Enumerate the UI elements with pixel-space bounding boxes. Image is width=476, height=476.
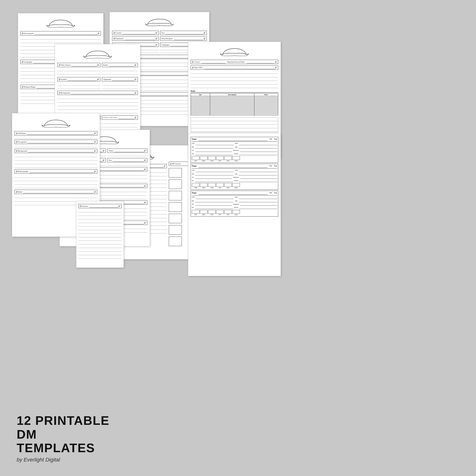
field-deity-religion: Deity/Religion ☪ bbox=[160, 36, 207, 41]
names-realm-row: ☪ Other Names ☪ Realm ☪ bbox=[57, 62, 138, 75]
symbol-alignment-row: ☪ Symbol ☪ Alignment ☪ bbox=[57, 76, 138, 89]
monster3-stat-labels: STR DEX CON INT WIS CHA bbox=[192, 214, 277, 215]
owner-shop-row: ☪ Owner Shop/Inn/Tavern/Other: ☪ bbox=[191, 60, 278, 64]
monster-block-3: Name CR Exp Size Type HP +Hit AC Initiat… bbox=[191, 191, 278, 217]
monster3-name-label: Name bbox=[192, 192, 197, 195]
field-status: Status ☪ bbox=[107, 149, 147, 153]
bottom-text-block: 12 PRINTABLE DM TEMPLATES by Everlight D… bbox=[17, 414, 109, 463]
table-col-price: Price bbox=[254, 93, 278, 96]
table-col-desc: Description bbox=[210, 93, 254, 96]
hp-box-6 bbox=[169, 225, 182, 235]
monster-block-2: Name CR Exp Size Type HP +Hit AC Initiat… bbox=[191, 164, 278, 190]
monster1-ac-row: AC Initiative bbox=[192, 149, 277, 152]
monster2-ac-row: AC Initiative bbox=[192, 176, 277, 179]
monster3-hp-row: HP +Hit bbox=[192, 200, 277, 202]
hp-box-3 bbox=[169, 191, 182, 200]
dex-box bbox=[200, 156, 207, 160]
monster1-size-type: Size Type bbox=[192, 142, 277, 145]
scroll-icon-1: ☪ bbox=[22, 32, 24, 35]
monster2-name-label: Name bbox=[192, 165, 197, 168]
monster2-size-type: Size Type bbox=[192, 169, 277, 172]
sheet2-banner bbox=[57, 49, 138, 60]
hp-box-2 bbox=[169, 179, 182, 189]
sheet1-banner bbox=[20, 17, 101, 29]
field-enemies-extra: ☪ Enemies ☪ bbox=[78, 204, 122, 208]
background-section-npc: ☪ Background ☪ bbox=[15, 149, 97, 168]
field-background-npc: ☪ Background ☪ bbox=[15, 149, 97, 153]
field-ideals-npc: ☪ Ideals ☪ bbox=[15, 190, 97, 194]
monster2-stat-labels: STR DEX CON INT WIS CHA bbox=[192, 187, 277, 188]
field-symbol: ☪ Symbol ☪ bbox=[57, 77, 101, 81]
monster3-dc-row: DC Speed bbox=[192, 206, 277, 209]
sheet-monsters: Name CR Exp Size Type HP +Hit AC Initiat… bbox=[188, 133, 281, 276]
field-size-faction: Size ☪ bbox=[107, 158, 147, 162]
title-line2: DM bbox=[17, 428, 109, 441]
field-population: ☪ Population ☪ bbox=[112, 36, 159, 41]
monster3-header: Name CR Exp bbox=[192, 192, 277, 195]
monster3-ac-row: AC Initiative bbox=[192, 203, 277, 206]
monster1-name-label: Name bbox=[192, 138, 197, 141]
field-size: Size ☪ bbox=[160, 31, 207, 35]
hp-box-1 bbox=[169, 168, 182, 178]
hp-label: HP bbox=[192, 146, 194, 148]
field-other-names: ☪ Other Names ☪ bbox=[57, 63, 101, 67]
hp-box-5 bbox=[169, 214, 182, 223]
background-section: ☪ Background ☪ bbox=[57, 91, 138, 113]
items-label: Items bbox=[191, 90, 278, 93]
sheet3-banner bbox=[112, 17, 207, 28]
sheet5-banner bbox=[15, 118, 97, 129]
title-line3: TEMPLATES bbox=[17, 441, 109, 455]
monster2-hp-row: HP +Hit bbox=[192, 172, 277, 175]
init-label: Initiative bbox=[233, 150, 239, 151]
monster1-dc-row: DC Speed bbox=[192, 152, 277, 155]
sheet-extra: ☪ Enemies ☪ bbox=[76, 201, 124, 268]
monster3-size-type: Size Type bbox=[192, 196, 277, 199]
field-other-npcs: ☪ Other NPCs ☪ bbox=[191, 66, 278, 70]
monster2-dc-row: DC Speed bbox=[192, 179, 277, 182]
wis-box bbox=[224, 156, 232, 160]
cr-label: CR bbox=[270, 138, 272, 141]
con-box bbox=[208, 156, 216, 160]
items-table: Qty Description Price bbox=[191, 93, 278, 116]
dc-label: DC bbox=[192, 153, 194, 155]
field-realm: Realm ☪ bbox=[102, 63, 138, 67]
monster1-stat-labels: STR DEX CON INT WIS CHA bbox=[192, 160, 277, 162]
field-background: ☪ Background ☪ bbox=[57, 91, 138, 95]
str-box bbox=[192, 156, 200, 160]
field-alignment: Alignment ☪ bbox=[102, 77, 138, 81]
hit-label: +Hit bbox=[235, 146, 238, 148]
monster2-stats bbox=[192, 183, 277, 187]
items-section: Items Qty Description Price bbox=[191, 90, 278, 116]
sheet4-banner bbox=[191, 46, 278, 58]
field-relation: Relation to Other Deities ☪ bbox=[102, 116, 138, 120]
exp-label: Exp bbox=[274, 138, 277, 141]
hp-box-4 bbox=[169, 202, 182, 212]
cha-box bbox=[232, 156, 240, 160]
field-relationships: ☪ Relationships ☪ bbox=[15, 169, 97, 173]
monster3-stats bbox=[192, 210, 277, 214]
other-npcs-section: ☪ Other NPCs ☪ bbox=[191, 66, 278, 88]
field-environment: ☪ Environment ☪ bbox=[20, 31, 101, 35]
field-occupation: ☪ Occupation ☪ bbox=[15, 140, 97, 144]
monster1-header: Name CR Exp bbox=[192, 138, 277, 142]
pop-deity-row: ☪ Population ☪ Deity/Religion ☪ bbox=[112, 36, 207, 41]
bottom-subtitle: by Everlight Digital bbox=[17, 457, 109, 463]
field-country: ☪ Country ☪ bbox=[112, 31, 159, 35]
ac-label: AC bbox=[192, 150, 194, 151]
table-col-qty: Qty bbox=[191, 93, 210, 96]
hp-box-7 bbox=[169, 237, 182, 246]
monster1-stats bbox=[192, 156, 277, 160]
scroll-icon-2: ☪ bbox=[98, 32, 100, 35]
extra-notes bbox=[191, 117, 278, 132]
monster2-header: Name CR Exp bbox=[192, 165, 277, 169]
monster-block-1: Name CR Exp Size Type HP +Hit AC Initiat… bbox=[191, 137, 278, 163]
monster1-hp-row: HP +Hit bbox=[192, 146, 277, 149]
speed-label: Speed bbox=[234, 153, 238, 155]
int-box bbox=[216, 156, 224, 160]
title-line1: 12 PRINTABLE bbox=[17, 414, 109, 427]
table-row bbox=[191, 114, 278, 116]
field-affiliation: ☪ Affiliation ☪ bbox=[15, 131, 97, 136]
relationships-section: ☪ Relationships ☪ bbox=[15, 169, 97, 188]
country-size-row: ☪ Country ☪ Size ☪ bbox=[112, 30, 207, 36]
